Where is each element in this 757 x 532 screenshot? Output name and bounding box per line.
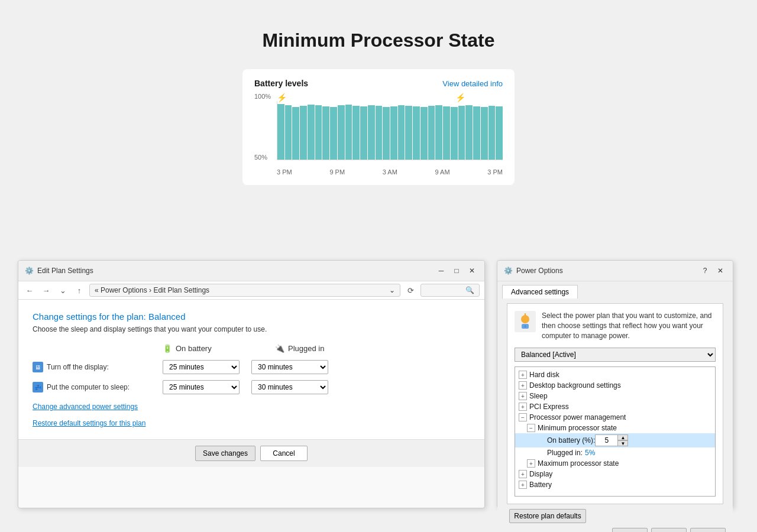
page-title: Minimum Processor State (0, 0, 757, 51)
tree-item-label: Battery (529, 481, 552, 489)
maximize-button[interactable]: □ (450, 264, 463, 277)
sleep-icon: 💤 (33, 382, 43, 392)
restore-plan-defaults-button[interactable]: Restore plan defaults (509, 509, 586, 523)
x-label-9pm: 9 PM (329, 168, 345, 176)
view-detailed-link[interactable]: View detailed info (442, 79, 503, 88)
display-plugged-dropdown-wrapper[interactable]: 30 minutes (251, 360, 328, 374)
recent-button[interactable]: ⌄ (56, 284, 69, 297)
tree-item-label: PCI Express (529, 403, 569, 411)
chart-bar (390, 106, 397, 160)
sleep-battery-dropdown-wrapper[interactable]: 25 minutes (163, 380, 240, 394)
expand-plus-icon[interactable]: + (519, 371, 527, 379)
col-plugged-label: Plugged in (288, 344, 324, 353)
chart-bar (300, 106, 307, 160)
search-icon: 🔍 (465, 286, 474, 294)
sleep-settings-row: 💤 Put the computer to sleep: 25 minutes … (33, 380, 470, 394)
expand-minus-icon[interactable]: − (519, 413, 527, 421)
spinner-down-button[interactable]: ▼ (617, 440, 628, 446)
chart-bar (398, 105, 405, 160)
sleep-label-text: Put the computer to sleep: (47, 383, 130, 391)
po-tree[interactable]: +Hard disk+Desktop background settings+S… (515, 366, 716, 497)
tree-item[interactable]: −Minimum processor state (515, 423, 715, 433)
chart-bar (368, 105, 375, 160)
chart-bar (481, 107, 488, 160)
expand-plus-icon[interactable]: + (527, 459, 535, 468)
po-ok-button[interactable]: OK (612, 528, 648, 532)
expand-plus-icon[interactable]: + (519, 381, 527, 390)
tree-item-value: 5% (585, 449, 595, 457)
tree-item[interactable]: +PCI Express (515, 401, 715, 412)
turn-off-display-text: Turn off the display: (47, 363, 109, 371)
x-label-3pm1: 3 PM (277, 168, 292, 176)
display-battery-dropdown-wrapper[interactable]: 25 minutes (163, 360, 240, 374)
display-battery-dropdown[interactable]: 25 minutes (163, 360, 240, 374)
display-settings-row: 🖥 Turn off the display: 25 minutes 30 mi… (33, 360, 470, 374)
advanced-settings-tab[interactable]: Advanced settings (502, 285, 578, 299)
chart-bar (451, 107, 458, 160)
save-changes-button[interactable]: Save changes (195, 446, 255, 461)
tree-item[interactable]: +Sleep (515, 391, 715, 401)
display-plugged-dropdown[interactable]: 30 minutes (251, 360, 328, 374)
po-help-button[interactable]: ? (698, 264, 711, 277)
x-label-9am: 9 AM (435, 168, 450, 176)
tree-item[interactable]: +Hard disk (515, 369, 715, 380)
tree-item[interactable]: +Maximum processor state (515, 458, 715, 469)
power-options-window: ⚙️ Power Options ? ✕ Advanced settings (497, 260, 733, 508)
tree-item[interactable]: On battery (%):▲▼ (515, 433, 715, 447)
search-bar[interactable]: 🔍 (420, 284, 480, 297)
chart-bar (435, 105, 442, 160)
expand-plus-icon[interactable]: + (519, 481, 527, 489)
battery-icon: 🔋 (163, 344, 172, 353)
refresh-button[interactable]: ⟳ (404, 284, 417, 297)
breadcrumb-bar[interactable]: « Power Options › Edit Plan Settings ⌄ (89, 284, 400, 297)
chart-bar (489, 106, 496, 160)
up-button[interactable]: ↑ (73, 284, 86, 297)
tree-item-label: Sleep (529, 392, 548, 400)
tree-item[interactable]: −Processor power management (515, 412, 715, 423)
tree-item[interactable]: +Battery (515, 479, 715, 490)
po-close-button[interactable]: ✕ (714, 264, 727, 277)
sleep-plugged-dropdown-wrapper[interactable]: 30 minutes (251, 380, 328, 394)
chart-bar (383, 107, 390, 160)
tree-item[interactable]: Plugged in:5% (515, 447, 715, 458)
forward-button[interactable]: → (40, 284, 53, 297)
chart-bar (405, 106, 412, 160)
po-apply-button[interactable]: Apply (690, 528, 726, 532)
minimize-button[interactable]: ─ (435, 264, 448, 277)
spinner-up-button[interactable]: ▲ (617, 434, 628, 440)
sleep-plugged-dropdown[interactable]: 30 minutes (251, 380, 328, 394)
expand-plus-icon[interactable]: + (519, 403, 527, 411)
expand-plus-icon[interactable]: + (519, 392, 527, 400)
plan-subtext: Choose the sleep and display settings th… (33, 325, 470, 333)
back-button[interactable]: ← (23, 284, 36, 297)
chart-bar (277, 104, 284, 160)
sleep-battery-dropdown[interactable]: 25 minutes (163, 380, 240, 394)
spinner-input[interactable] (595, 434, 617, 446)
tree-item-label: On battery (%): (547, 436, 595, 445)
plugged-icon: 🔌 (275, 344, 284, 353)
tree-item[interactable]: +Desktop background settings (515, 380, 715, 391)
chart-area: ⚡ ⚡ 100% 50% 3 PM 9 PM 3 AM 9 AM 3 PM (254, 93, 503, 176)
spinner-wrap[interactable]: ▲▼ (595, 434, 628, 446)
chart-bar (376, 106, 383, 160)
turn-off-display-label: 🖥 Turn off the display: (33, 362, 163, 372)
cancel-button-plan[interactable]: Cancel (260, 446, 308, 461)
tree-item-label: Hard disk (529, 371, 559, 379)
edit-plan-window-icon: ⚙️ (24, 266, 34, 275)
tree-item[interactable]: +Display (515, 469, 715, 479)
chart-bar (428, 106, 435, 160)
close-button[interactable]: ✕ (465, 264, 478, 277)
chart-bar (322, 106, 329, 160)
display-icon: 🖥 (33, 362, 43, 372)
po-header-row: Select the power plan that you want to c… (515, 311, 716, 340)
tree-item-label: Processor power management (529, 413, 626, 421)
chart-bar (413, 106, 420, 160)
battery-chart-container: Battery levels View detailed info ⚡ ⚡ 10… (242, 69, 515, 185)
restore-defaults-link[interactable]: Restore default settings for this plan (33, 419, 470, 427)
po-plan-select[interactable]: Balanced [Active] (515, 348, 716, 362)
edit-plan-titlebar: ⚙️ Edit Plan Settings ─ □ ✕ (18, 261, 484, 281)
change-advanced-link[interactable]: Change advanced power settings (33, 403, 470, 411)
po-cancel-button[interactable]: Cancel (651, 528, 687, 532)
expand-minus-icon[interactable]: − (527, 424, 535, 432)
expand-plus-icon[interactable]: + (519, 470, 527, 478)
